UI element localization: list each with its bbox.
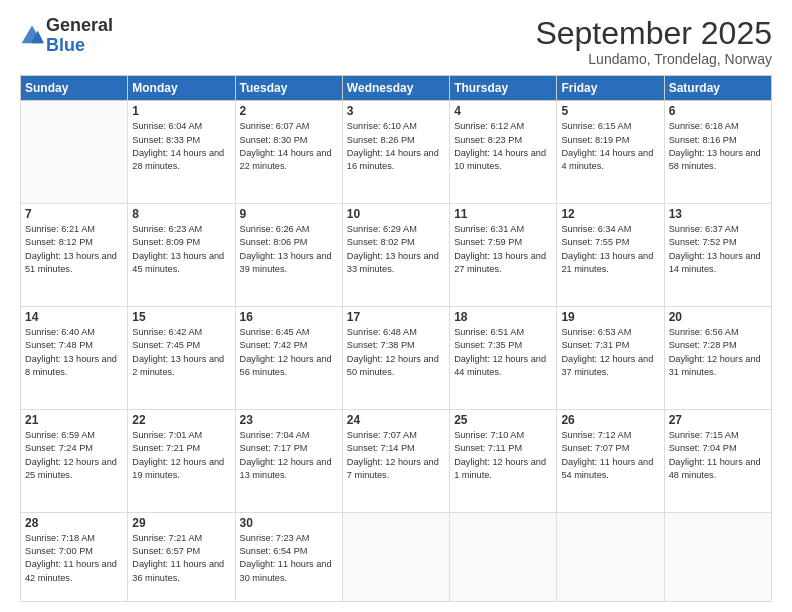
- table-row: 15Sunrise: 6:42 AM Sunset: 7:45 PM Dayli…: [128, 306, 235, 409]
- table-row: 28Sunrise: 7:18 AM Sunset: 7:00 PM Dayli…: [21, 512, 128, 601]
- table-row: [342, 512, 449, 601]
- col-thursday: Thursday: [450, 76, 557, 101]
- day-info: Sunrise: 6:18 AM Sunset: 8:16 PM Dayligh…: [669, 120, 767, 173]
- day-number: 29: [132, 516, 230, 530]
- day-number: 13: [669, 207, 767, 221]
- day-number: 12: [561, 207, 659, 221]
- day-number: 7: [25, 207, 123, 221]
- logo-icon: [20, 24, 44, 48]
- day-info: Sunrise: 6:53 AM Sunset: 7:31 PM Dayligh…: [561, 326, 659, 379]
- table-row: [664, 512, 771, 601]
- table-row: 17Sunrise: 6:48 AM Sunset: 7:38 PM Dayli…: [342, 306, 449, 409]
- page: General Blue September 2025 Lundamo, Tro…: [0, 0, 792, 612]
- day-info: Sunrise: 6:42 AM Sunset: 7:45 PM Dayligh…: [132, 326, 230, 379]
- day-info: Sunrise: 7:15 AM Sunset: 7:04 PM Dayligh…: [669, 429, 767, 482]
- table-row: [21, 101, 128, 204]
- table-row: 20Sunrise: 6:56 AM Sunset: 7:28 PM Dayli…: [664, 306, 771, 409]
- day-number: 6: [669, 104, 767, 118]
- month-title: September 2025: [535, 16, 772, 51]
- table-row: 29Sunrise: 7:21 AM Sunset: 6:57 PM Dayli…: [128, 512, 235, 601]
- table-row: [557, 512, 664, 601]
- day-number: 26: [561, 413, 659, 427]
- day-number: 15: [132, 310, 230, 324]
- table-row: 6Sunrise: 6:18 AM Sunset: 8:16 PM Daylig…: [664, 101, 771, 204]
- day-number: 10: [347, 207, 445, 221]
- day-info: Sunrise: 6:12 AM Sunset: 8:23 PM Dayligh…: [454, 120, 552, 173]
- col-wednesday: Wednesday: [342, 76, 449, 101]
- table-row: 9Sunrise: 6:26 AM Sunset: 8:06 PM Daylig…: [235, 204, 342, 307]
- table-row: 3Sunrise: 6:10 AM Sunset: 8:26 PM Daylig…: [342, 101, 449, 204]
- day-info: Sunrise: 6:40 AM Sunset: 7:48 PM Dayligh…: [25, 326, 123, 379]
- day-info: Sunrise: 7:10 AM Sunset: 7:11 PM Dayligh…: [454, 429, 552, 482]
- logo: General Blue: [20, 16, 113, 56]
- table-row: 4Sunrise: 6:12 AM Sunset: 8:23 PM Daylig…: [450, 101, 557, 204]
- day-info: Sunrise: 6:59 AM Sunset: 7:24 PM Dayligh…: [25, 429, 123, 482]
- calendar-week-row: 28Sunrise: 7:18 AM Sunset: 7:00 PM Dayli…: [21, 512, 772, 601]
- table-row: 25Sunrise: 7:10 AM Sunset: 7:11 PM Dayli…: [450, 409, 557, 512]
- day-number: 22: [132, 413, 230, 427]
- day-number: 8: [132, 207, 230, 221]
- location-subtitle: Lundamo, Trondelag, Norway: [535, 51, 772, 67]
- day-number: 14: [25, 310, 123, 324]
- table-row: 13Sunrise: 6:37 AM Sunset: 7:52 PM Dayli…: [664, 204, 771, 307]
- day-number: 9: [240, 207, 338, 221]
- table-row: 14Sunrise: 6:40 AM Sunset: 7:48 PM Dayli…: [21, 306, 128, 409]
- day-number: 28: [25, 516, 123, 530]
- day-info: Sunrise: 7:23 AM Sunset: 6:54 PM Dayligh…: [240, 532, 338, 585]
- calendar-week-row: 7Sunrise: 6:21 AM Sunset: 8:12 PM Daylig…: [21, 204, 772, 307]
- logo-text: General Blue: [46, 16, 113, 56]
- day-number: 18: [454, 310, 552, 324]
- header: General Blue September 2025 Lundamo, Tro…: [20, 16, 772, 67]
- day-number: 23: [240, 413, 338, 427]
- day-number: 4: [454, 104, 552, 118]
- day-info: Sunrise: 6:15 AM Sunset: 8:19 PM Dayligh…: [561, 120, 659, 173]
- day-number: 19: [561, 310, 659, 324]
- table-row: 16Sunrise: 6:45 AM Sunset: 7:42 PM Dayli…: [235, 306, 342, 409]
- col-friday: Friday: [557, 76, 664, 101]
- day-info: Sunrise: 7:07 AM Sunset: 7:14 PM Dayligh…: [347, 429, 445, 482]
- day-number: 1: [132, 104, 230, 118]
- day-info: Sunrise: 7:21 AM Sunset: 6:57 PM Dayligh…: [132, 532, 230, 585]
- table-row: 24Sunrise: 7:07 AM Sunset: 7:14 PM Dayli…: [342, 409, 449, 512]
- col-saturday: Saturday: [664, 76, 771, 101]
- table-row: 22Sunrise: 7:01 AM Sunset: 7:21 PM Dayli…: [128, 409, 235, 512]
- table-row: 30Sunrise: 7:23 AM Sunset: 6:54 PM Dayli…: [235, 512, 342, 601]
- day-number: 5: [561, 104, 659, 118]
- day-info: Sunrise: 6:29 AM Sunset: 8:02 PM Dayligh…: [347, 223, 445, 276]
- day-info: Sunrise: 6:56 AM Sunset: 7:28 PM Dayligh…: [669, 326, 767, 379]
- day-number: 16: [240, 310, 338, 324]
- table-row: 1Sunrise: 6:04 AM Sunset: 8:33 PM Daylig…: [128, 101, 235, 204]
- table-row: 5Sunrise: 6:15 AM Sunset: 8:19 PM Daylig…: [557, 101, 664, 204]
- col-monday: Monday: [128, 76, 235, 101]
- day-info: Sunrise: 6:37 AM Sunset: 7:52 PM Dayligh…: [669, 223, 767, 276]
- day-number: 25: [454, 413, 552, 427]
- day-info: Sunrise: 7:01 AM Sunset: 7:21 PM Dayligh…: [132, 429, 230, 482]
- logo-general: General: [46, 16, 113, 36]
- table-row: 11Sunrise: 6:31 AM Sunset: 7:59 PM Dayli…: [450, 204, 557, 307]
- table-row: 12Sunrise: 6:34 AM Sunset: 7:55 PM Dayli…: [557, 204, 664, 307]
- logo-blue: Blue: [46, 36, 113, 56]
- day-info: Sunrise: 6:07 AM Sunset: 8:30 PM Dayligh…: [240, 120, 338, 173]
- day-info: Sunrise: 6:34 AM Sunset: 7:55 PM Dayligh…: [561, 223, 659, 276]
- table-row: 19Sunrise: 6:53 AM Sunset: 7:31 PM Dayli…: [557, 306, 664, 409]
- day-number: 24: [347, 413, 445, 427]
- day-info: Sunrise: 7:04 AM Sunset: 7:17 PM Dayligh…: [240, 429, 338, 482]
- calendar-header-row: Sunday Monday Tuesday Wednesday Thursday…: [21, 76, 772, 101]
- col-sunday: Sunday: [21, 76, 128, 101]
- day-info: Sunrise: 6:04 AM Sunset: 8:33 PM Dayligh…: [132, 120, 230, 173]
- table-row: 23Sunrise: 7:04 AM Sunset: 7:17 PM Dayli…: [235, 409, 342, 512]
- title-block: September 2025 Lundamo, Trondelag, Norwa…: [535, 16, 772, 67]
- day-number: 17: [347, 310, 445, 324]
- table-row: 7Sunrise: 6:21 AM Sunset: 8:12 PM Daylig…: [21, 204, 128, 307]
- calendar-table: Sunday Monday Tuesday Wednesday Thursday…: [20, 75, 772, 602]
- table-row: 27Sunrise: 7:15 AM Sunset: 7:04 PM Dayli…: [664, 409, 771, 512]
- calendar-week-row: 1Sunrise: 6:04 AM Sunset: 8:33 PM Daylig…: [21, 101, 772, 204]
- table-row: 8Sunrise: 6:23 AM Sunset: 8:09 PM Daylig…: [128, 204, 235, 307]
- day-number: 3: [347, 104, 445, 118]
- calendar-week-row: 14Sunrise: 6:40 AM Sunset: 7:48 PM Dayli…: [21, 306, 772, 409]
- calendar-week-row: 21Sunrise: 6:59 AM Sunset: 7:24 PM Dayli…: [21, 409, 772, 512]
- day-number: 11: [454, 207, 552, 221]
- day-info: Sunrise: 6:23 AM Sunset: 8:09 PM Dayligh…: [132, 223, 230, 276]
- day-number: 20: [669, 310, 767, 324]
- table-row: [450, 512, 557, 601]
